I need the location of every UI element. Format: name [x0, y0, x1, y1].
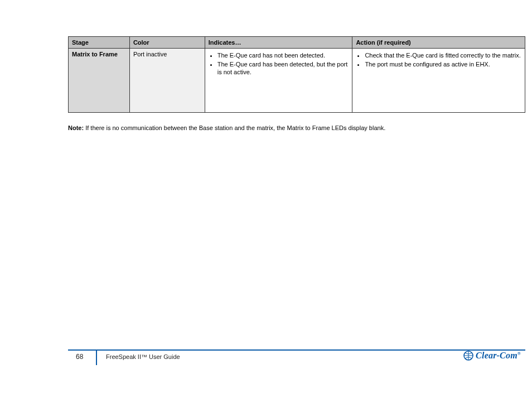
table-header-indicates: Indicates…: [205, 37, 352, 49]
table-header-row: Stage Color Indicates… Action (if requir…: [69, 37, 525, 49]
table-row: Matrix to Frame Port inactive The E-Que …: [69, 49, 525, 113]
note-label: Note:: [68, 124, 84, 131]
footer-line-1: FreeSpeak II™ User Guide: [106, 353, 180, 361]
indicates-list: The E-Que card has not been detected. Th…: [209, 52, 349, 76]
footer-text: FreeSpeak II™ User Guide: [106, 353, 180, 361]
note-block: Note: If there is no communication betwe…: [68, 124, 525, 132]
footer-rule: [68, 349, 525, 351]
list-item: The E-Que card has not been detected.: [217, 52, 349, 60]
footer-divider: [96, 349, 97, 365]
cell-action: Check that the E-Que card is fitted corr…: [352, 49, 525, 113]
brand-logo: Clear-Com®: [463, 351, 521, 361]
note-body: If there is no communication between the…: [85, 124, 385, 131]
globe-icon: [463, 351, 473, 361]
table-header-action: Action (if required): [352, 37, 525, 49]
page-number: 68: [76, 353, 83, 361]
registered-mark: ®: [518, 351, 521, 356]
table-header-stage: Stage: [69, 37, 130, 49]
list-item: The E-Que card has been detected, but th…: [217, 61, 349, 76]
document-page: Stage Color Indicates… Action (if requir…: [0, 0, 532, 412]
cell-indicates: The E-Que card has not been detected. Th…: [205, 49, 352, 113]
cell-stage: Matrix to Frame: [69, 49, 130, 113]
action-list: Check that the E-Que card is fitted corr…: [356, 52, 521, 69]
list-item: Check that the E-Que card is fitted corr…: [365, 52, 521, 60]
brand-name: Clear-Com®: [476, 351, 521, 361]
list-item: The port must be configured as active in…: [365, 61, 521, 69]
status-table: Stage Color Indicates… Action (if requir…: [68, 36, 525, 113]
cell-color: Port inactive: [129, 49, 205, 113]
brand-name-text: Clear-Com: [476, 351, 518, 360]
table-header-color: Color: [129, 37, 205, 49]
